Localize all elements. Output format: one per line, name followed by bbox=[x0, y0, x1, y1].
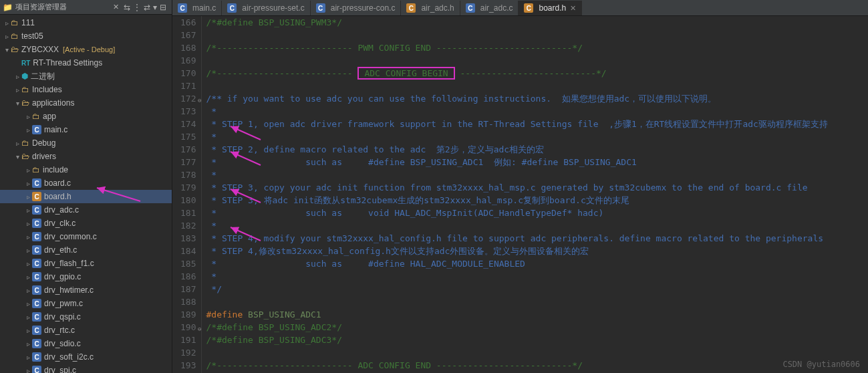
tree-item[interactable]: ▹Cdrv_flash_f1.c bbox=[0, 257, 172, 270]
tree-twisty[interactable]: ▹ bbox=[13, 86, 21, 94]
tree-item[interactable]: ▹🗀include bbox=[0, 163, 172, 176]
code-line[interactable]: * STEP 1, open adc driver framework supp… bbox=[206, 118, 868, 130]
editor-tab[interactable]: Cmain.c bbox=[172, 1, 222, 15]
tree-twisty[interactable]: ▹ bbox=[24, 354, 32, 361]
code-line[interactable] bbox=[206, 29, 868, 41]
code-line[interactable]: * such as void HAL_ADC_MspInit(ADC_Handl… bbox=[206, 207, 868, 219]
tree-twisty[interactable]: ▾ bbox=[3, 46, 11, 53]
code-line[interactable]: * STEP 4, modify your stm32xxxx_hal_conf… bbox=[206, 232, 868, 245]
tree-item[interactable]: ▹Cdrv_clk.c bbox=[0, 217, 172, 230]
tree-item[interactable]: ▹Cdrv_adc.c bbox=[0, 203, 172, 217]
tree-twisty[interactable]: ▹ bbox=[24, 247, 32, 254]
tree-twisty[interactable]: ▹ bbox=[24, 340, 32, 348]
code-line[interactable]: * such as #define BSP_USING_ADC1 例如: #de… bbox=[206, 156, 868, 168]
tree-twisty[interactable]: ▹ bbox=[24, 287, 32, 294]
tree-twisty[interactable]: ▹ bbox=[24, 273, 32, 281]
tree-item[interactable]: ▹Cmain.c bbox=[0, 123, 172, 136]
code-line[interactable]: /*-------------------------- ADC CONFIG … bbox=[206, 67, 868, 80]
tree-twisty[interactable]: ▹ bbox=[24, 233, 32, 241]
code-line[interactable] bbox=[206, 346, 868, 359]
tree-twisty[interactable]: ▹ bbox=[24, 220, 32, 227]
tree-item[interactable]: ▾🗁applications bbox=[0, 96, 172, 110]
code-line[interactable]: #define BSP_USING_ADC1 bbox=[206, 308, 868, 321]
tree-item[interactable]: ▹⬢二进制 bbox=[0, 70, 172, 83]
code-line[interactable]: * STEP 3, copy your adc init function fr… bbox=[206, 181, 868, 194]
tree-twisty[interactable]: ▹ bbox=[24, 367, 32, 374]
code-line[interactable]: /*#define BSP_USING_ADC3*/ bbox=[206, 334, 868, 346]
tree-twisty[interactable]: ▾ bbox=[13, 153, 21, 160]
fold-marker[interactable]: ⊖ bbox=[198, 323, 201, 336]
tree-twisty[interactable]: ▹ bbox=[24, 166, 32, 174]
project-tree[interactable]: ▹🗀111▹🗀test05▾🗁ZYBCXXX[Active - Debug]RT… bbox=[0, 15, 172, 373]
tree-item[interactable]: RTRT-Thread Settings bbox=[0, 56, 172, 70]
tree-item[interactable]: ▹Cdrv_qspi.c bbox=[0, 310, 172, 324]
tree-item[interactable]: ▹Cdrv_spi.c bbox=[0, 364, 172, 373]
tree-twisty[interactable]: ▹ bbox=[13, 140, 21, 147]
tree-item[interactable]: ▹🗀Debug bbox=[0, 136, 172, 150]
code-line[interactable]: * STEP 4,修改stm32xxxx_hal_config.h文件以支持ad… bbox=[206, 245, 868, 257]
tree-twisty[interactable]: ▹ bbox=[24, 207, 32, 214]
code-line[interactable]: * STEP 2, define macro related to the ad… bbox=[206, 143, 868, 156]
tree-item[interactable]: ▹Cdrv_common.c bbox=[0, 230, 172, 243]
tree-twisty[interactable]: ▹ bbox=[24, 113, 32, 120]
code-line[interactable]: /*#define BSP_USING_PWM3*/ bbox=[206, 16, 868, 29]
tree-twisty[interactable]: ▹ bbox=[13, 73, 21, 80]
tree-twisty[interactable]: ▹ bbox=[24, 314, 32, 321]
editor-tab[interactable]: Cboard.h✕ bbox=[519, 1, 582, 15]
tree-twisty[interactable]: ▹ bbox=[3, 19, 11, 27]
code-line[interactable]: /*-------------------------- ADC CONFIG … bbox=[206, 359, 868, 372]
fold-marker[interactable]: ⊖ bbox=[198, 94, 201, 107]
tree-item[interactable]: ▾🗁ZYBCXXX[Active - Debug] bbox=[0, 43, 172, 56]
tree-twisty[interactable]: ▹ bbox=[24, 260, 32, 267]
code-line[interactable]: * such as #define HAL_ADC_MODULE_ENABLED bbox=[206, 257, 868, 270]
close-icon[interactable]: ✕ bbox=[570, 4, 576, 13]
tree-item[interactable]: ▹Cdrv_pwm.c bbox=[0, 297, 172, 310]
toolbar-icon-3[interactable]: ⇄ bbox=[144, 3, 150, 12]
tree-twisty[interactable]: ▾ bbox=[13, 100, 21, 107]
editor-tab[interactable]: Cair-pressure-set.c bbox=[222, 1, 310, 15]
tree-item[interactable]: ▹Cdrv_eth.c bbox=[0, 243, 172, 257]
tree-item[interactable]: ▹🗀Includes bbox=[0, 83, 172, 96]
tree-item[interactable]: ▹Cdrv_soft_i2c.c bbox=[0, 350, 172, 364]
code-line[interactable]: /*-------------------------- PWM CONFIG … bbox=[206, 41, 868, 54]
toolbar-icon-2[interactable]: ⋮ bbox=[133, 3, 141, 12]
code-line[interactable]: * STEP 3, 将adc init函数从stm32cubemx生成的stm3… bbox=[206, 194, 868, 207]
code-body[interactable]: /*#define BSP_USING_PWM3*//*------------… bbox=[202, 16, 868, 373]
tree-item[interactable]: ▹🗀app bbox=[0, 110, 172, 123]
toolbar-icon-1[interactable]: ⇆ bbox=[124, 3, 130, 12]
tree-item[interactable]: ▹Cboard.c bbox=[0, 176, 172, 190]
editor-tab[interactable]: Cair_adc.h bbox=[401, 1, 460, 15]
code-line[interactable]: * bbox=[206, 105, 868, 118]
editor-tab[interactable]: Cair_adc.c bbox=[460, 1, 519, 15]
pin-icon[interactable]: ✕ bbox=[113, 3, 119, 11]
code-line[interactable]: */ bbox=[206, 283, 868, 295]
code-line[interactable]: /** if you want to use adc you can use t… bbox=[206, 92, 868, 105]
tree-twisty[interactable]: ▹ bbox=[24, 327, 32, 334]
c-file-icon: C bbox=[32, 285, 41, 295]
toolbar-icon-5[interactable]: ⊟ bbox=[160, 3, 166, 12]
code-line[interactable] bbox=[206, 80, 868, 92]
tree-twisty[interactable]: ▹ bbox=[24, 126, 32, 134]
code-line[interactable]: * bbox=[206, 130, 868, 143]
toolbar-icon-4[interactable]: ▾ bbox=[153, 3, 157, 12]
tree-item[interactable]: ▹Cboard.h bbox=[0, 190, 172, 203]
tree-item[interactable]: ▹🗀111 bbox=[0, 16, 172, 29]
tree-item[interactable]: ▾🗁drivers bbox=[0, 150, 172, 163]
code-editor[interactable]: 166167168169170171172⊖173174175176177178… bbox=[172, 16, 868, 373]
code-line[interactable]: /*#define BSP_USING_ADC2*/ bbox=[206, 321, 868, 334]
code-line[interactable]: * bbox=[206, 168, 868, 181]
code-line[interactable] bbox=[206, 295, 868, 308]
tree-item[interactable]: ▹Cdrv_rtc.c bbox=[0, 324, 172, 337]
tree-twisty[interactable]: ▹ bbox=[24, 193, 32, 201]
tree-twisty[interactable]: ▹ bbox=[3, 33, 11, 40]
tree-item[interactable]: ▹Cdrv_gpio.c bbox=[0, 270, 172, 283]
tree-twisty[interactable]: ▹ bbox=[24, 300, 32, 307]
code-line[interactable]: * bbox=[206, 219, 868, 232]
tree-twisty[interactable]: ▹ bbox=[24, 180, 32, 187]
tree-item[interactable]: ▹Cdrv_hwtimer.c bbox=[0, 283, 172, 297]
tree-item[interactable]: ▹Cdrv_sdio.c bbox=[0, 337, 172, 350]
tree-item[interactable]: ▹🗀test05 bbox=[0, 29, 172, 43]
code-line[interactable] bbox=[206, 54, 868, 67]
editor-tab[interactable]: Cair-pressure-con.c bbox=[311, 1, 402, 15]
code-line[interactable]: * bbox=[206, 270, 868, 283]
